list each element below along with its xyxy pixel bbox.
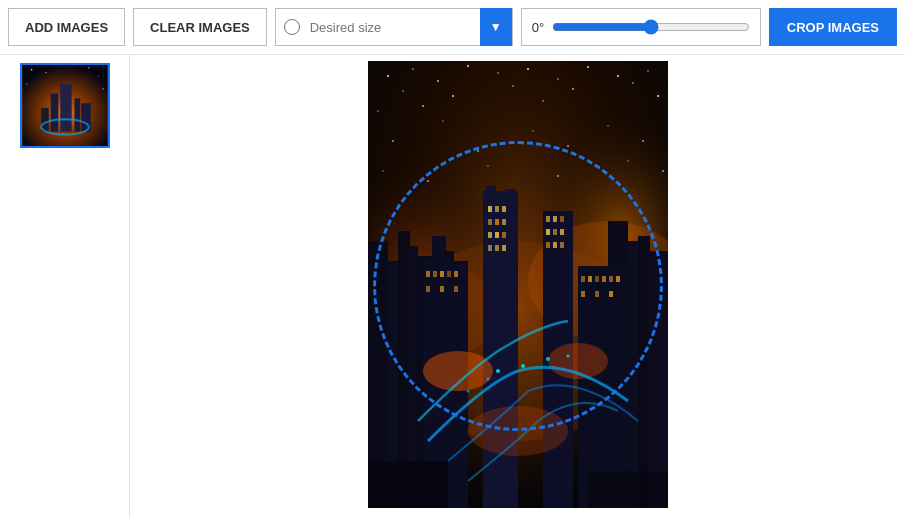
canvas-area xyxy=(130,55,905,517)
image-sidebar xyxy=(0,55,130,517)
add-images-button[interactable]: ADD IMAGES xyxy=(8,8,125,46)
svg-point-26 xyxy=(617,75,619,77)
svg-rect-89 xyxy=(602,276,606,282)
svg-point-118 xyxy=(662,170,664,172)
svg-rect-54 xyxy=(488,206,492,212)
toolbar: ADD IMAGES CLEAR IMAGES ▼ 0° CROP IMAGES xyxy=(0,0,905,55)
svg-point-113 xyxy=(382,170,384,172)
svg-point-34 xyxy=(422,105,424,107)
svg-point-23 xyxy=(527,68,529,70)
svg-rect-81 xyxy=(454,271,458,277)
rotation-slider[interactable] xyxy=(552,19,750,35)
svg-point-28 xyxy=(402,90,404,92)
svg-point-11 xyxy=(26,83,27,84)
svg-rect-86 xyxy=(581,276,585,282)
svg-rect-80 xyxy=(447,271,451,277)
desired-size-input[interactable] xyxy=(300,9,480,45)
svg-rect-87 xyxy=(588,276,592,282)
svg-point-20 xyxy=(437,80,439,82)
svg-point-99 xyxy=(521,364,525,368)
svg-point-33 xyxy=(377,110,378,111)
svg-rect-63 xyxy=(488,245,492,251)
svg-rect-78 xyxy=(433,271,437,277)
svg-point-27 xyxy=(647,70,648,71)
svg-rect-64 xyxy=(495,245,499,251)
desired-size-radio[interactable] xyxy=(284,19,300,35)
svg-point-19 xyxy=(412,68,414,70)
svg-point-112 xyxy=(642,140,644,142)
svg-point-31 xyxy=(572,88,574,90)
svg-point-115 xyxy=(487,165,489,167)
svg-rect-55 xyxy=(495,206,499,212)
svg-rect-61 xyxy=(495,232,499,238)
svg-rect-56 xyxy=(502,206,506,212)
svg-rect-73 xyxy=(546,242,550,248)
svg-rect-104 xyxy=(368,461,448,508)
svg-point-10 xyxy=(97,76,98,77)
svg-rect-70 xyxy=(546,229,550,235)
svg-rect-53 xyxy=(505,189,515,196)
svg-rect-88 xyxy=(595,276,599,282)
svg-point-111 xyxy=(607,125,609,127)
svg-rect-71 xyxy=(553,229,557,235)
rotation-value-label: 0° xyxy=(532,20,544,35)
svg-point-114 xyxy=(427,180,429,182)
svg-rect-52 xyxy=(486,186,496,196)
svg-point-9 xyxy=(88,67,89,68)
svg-point-95 xyxy=(423,351,493,391)
svg-point-8 xyxy=(45,72,46,73)
svg-point-110 xyxy=(567,145,569,147)
svg-rect-105 xyxy=(588,471,668,508)
svg-point-106 xyxy=(392,140,394,142)
svg-point-25 xyxy=(587,66,589,68)
chevron-down-icon: ▼ xyxy=(490,20,502,34)
svg-rect-93 xyxy=(595,291,599,297)
svg-point-109 xyxy=(532,130,534,132)
main-canvas-image xyxy=(368,61,668,508)
svg-rect-91 xyxy=(616,276,620,282)
svg-point-98 xyxy=(496,369,500,373)
crop-images-button[interactable]: CROP IMAGES xyxy=(769,8,897,46)
svg-rect-50 xyxy=(648,251,668,508)
svg-rect-84 xyxy=(454,286,458,292)
svg-point-101 xyxy=(566,354,569,357)
desired-size-control: ▼ xyxy=(275,8,513,46)
svg-point-21 xyxy=(467,65,469,67)
svg-rect-79 xyxy=(440,271,444,277)
svg-rect-92 xyxy=(581,291,585,297)
svg-point-7 xyxy=(30,69,32,71)
svg-point-36 xyxy=(657,95,659,97)
svg-point-29 xyxy=(452,95,454,97)
svg-point-100 xyxy=(546,357,550,361)
svg-rect-74 xyxy=(553,242,557,248)
svg-rect-59 xyxy=(502,219,506,225)
list-item[interactable] xyxy=(20,63,110,148)
svg-point-30 xyxy=(512,85,513,86)
svg-point-117 xyxy=(627,160,629,162)
svg-rect-3 xyxy=(74,98,80,131)
svg-rect-57 xyxy=(488,219,492,225)
svg-point-35 xyxy=(542,100,544,102)
image-container xyxy=(368,61,668,512)
svg-point-108 xyxy=(477,150,479,152)
clear-images-button[interactable]: CLEAR IMAGES xyxy=(133,8,267,46)
svg-rect-77 xyxy=(426,271,430,277)
main-layout xyxy=(0,55,905,517)
svg-rect-83 xyxy=(440,286,444,292)
svg-rect-69 xyxy=(560,216,564,222)
svg-point-32 xyxy=(632,82,634,84)
svg-point-18 xyxy=(387,75,389,77)
svg-point-103 xyxy=(486,377,489,380)
svg-rect-82 xyxy=(426,286,430,292)
svg-rect-90 xyxy=(609,276,613,282)
svg-point-107 xyxy=(442,120,444,122)
svg-rect-94 xyxy=(609,291,613,297)
rotation-control: 0° xyxy=(521,8,761,46)
svg-rect-2 xyxy=(60,84,71,132)
svg-rect-72 xyxy=(560,229,564,235)
svg-rect-67 xyxy=(546,216,550,222)
svg-point-12 xyxy=(102,88,103,89)
desired-size-dropdown-button[interactable]: ▼ xyxy=(480,8,512,46)
svg-point-102 xyxy=(466,389,469,392)
svg-rect-68 xyxy=(553,216,557,222)
